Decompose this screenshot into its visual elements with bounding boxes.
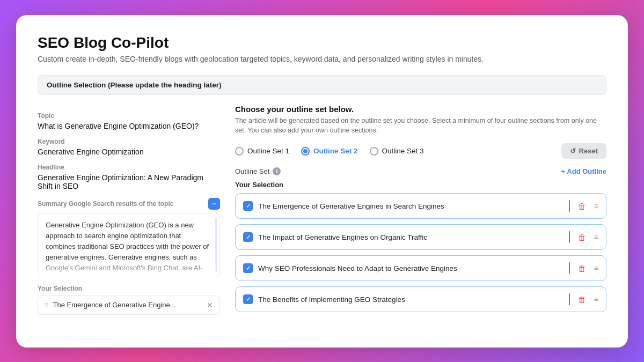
main-layout: Topic What is Generative Engine Optimiza… — [38, 105, 606, 318]
checkmark-3: ✓ — [246, 296, 251, 303]
delete-button-1[interactable]: 🗑 — [575, 232, 589, 243]
radio-circle-3 — [370, 147, 378, 156]
delete-button-0[interactable]: 🗑 — [575, 201, 589, 212]
keyword-label: Keyword — [38, 138, 220, 145]
drag-handle-1[interactable]: ≡ — [594, 233, 598, 241]
choose-title: Choose your outline set below. — [235, 105, 606, 114]
app-subtitle: Custom create in-depth, SEO-friendly blo… — [38, 55, 606, 63]
reset-icon: ↺ — [570, 147, 576, 155]
outline-set-1-option[interactable]: Outline Set 1 — [235, 147, 289, 156]
section-header: Outline Selection (Please update the hea… — [38, 75, 606, 95]
drag-handle-0[interactable]: ≡ — [594, 202, 598, 210]
your-selection-label-left: Your Selection — [38, 285, 220, 292]
summary-label-row: Summary Google Search results of the top… — [38, 198, 220, 210]
delete-button-3[interactable]: 🗑 — [575, 294, 589, 305]
keyword-value: Generative Engine Optimization — [38, 147, 220, 156]
checkbox-2[interactable]: ✓ — [243, 263, 253, 273]
delete-button-2[interactable]: 🗑 — [575, 263, 589, 274]
topic-value: What is Generative Engine Optimization (… — [38, 122, 220, 130]
outline-text-2: Why SEO Professionals Need to Adapt to G… — [258, 264, 564, 272]
outline-sets-row: Outline Set 1 Outline Set 2 Outline Set … — [235, 143, 606, 159]
radio-inner-2 — [303, 149, 308, 153]
add-outline-button[interactable]: + Add Outline — [561, 167, 606, 175]
pill-text: The Emergence of Generative Engine... — [53, 301, 202, 309]
divider-0 — [569, 200, 570, 212]
topic-label: Topic — [38, 112, 220, 120]
left-panel: Topic What is Generative Engine Optimiza… — [38, 105, 220, 318]
drag-handle-2[interactable]: ≡ — [594, 264, 598, 272]
outline-text-3: The Benefits of Implementing GEO Strateg… — [258, 295, 564, 304]
summary-text: Generative Engine Optimization (GEO) is … — [46, 221, 209, 277]
outline-item-0: ✓ The Emergence of Generative Engines in… — [235, 193, 606, 219]
main-card: SEO Blog Co-Pilot Custom create in-depth… — [16, 15, 628, 348]
outline-item-3: ✓ The Benefits of Implementing GEO Strat… — [235, 286, 606, 312]
collapse-button[interactable]: − — [208, 198, 220, 210]
outline-text-0: The Emergence of Generative Engines in S… — [258, 202, 564, 210]
checkbox-0[interactable]: ✓ — [243, 201, 253, 211]
divider-1 — [569, 231, 570, 243]
choose-desc: The article will be generated based on t… — [235, 116, 606, 136]
app-title: SEO Blog Co-Pilot — [38, 34, 606, 51]
close-icon[interactable]: ✕ — [207, 301, 213, 309]
drag-handle-3[interactable]: ≡ — [594, 295, 598, 304]
headline-value: Generative Engine Optimization: A New Pa… — [38, 173, 220, 190]
outline-item-2: ✓ Why SEO Professionals Need to Adapt to… — [235, 255, 606, 281]
scrollbar — [215, 218, 217, 272]
divider-2 — [569, 262, 570, 274]
outline-item-1: ✓ The Impact of Generative Engines on Or… — [235, 224, 606, 250]
reset-button[interactable]: ↺ Reset — [561, 143, 606, 159]
drag-icon: ≡ — [45, 301, 49, 309]
checkmark-1: ✓ — [246, 234, 251, 241]
checkmark-0: ✓ — [246, 203, 251, 210]
outline-set-1-label: Outline Set 1 — [247, 147, 289, 155]
headline-label: Headline — [38, 164, 220, 171]
selection-pill: ≡ The Emergence of Generative Engine... … — [38, 295, 220, 315]
outline-set-text: Outline Set — [235, 167, 269, 175]
summary-box: Generative Engine Optimization (GEO) is … — [38, 213, 220, 277]
summary-label: Summary Google Search results of the top… — [38, 200, 173, 208]
outline-set-left: Outline Set i — [235, 167, 281, 175]
outline-set-2-option[interactable]: Outline Set 2 — [301, 147, 358, 156]
divider-3 — [569, 293, 570, 305]
your-selection-label-right: Your Selection — [235, 181, 606, 189]
reset-label: Reset — [579, 147, 598, 155]
outline-set-row: Outline Set i + Add Outline — [235, 167, 606, 175]
checkmark-2: ✓ — [246, 265, 251, 272]
radio-circle-1 — [235, 147, 244, 156]
outline-set-3-option[interactable]: Outline Set 3 — [370, 147, 424, 156]
info-icon: i — [273, 167, 281, 175]
right-panel: Choose your outline set below. The artic… — [235, 105, 606, 318]
outline-set-2-label: Outline Set 2 — [313, 147, 358, 155]
radio-circle-2 — [301, 147, 310, 156]
checkbox-1[interactable]: ✓ — [243, 232, 253, 242]
outline-text-1: The Impact of Generative Engines on Orga… — [258, 233, 564, 241]
outline-set-3-label: Outline Set 3 — [382, 147, 424, 155]
checkbox-3[interactable]: ✓ — [243, 294, 253, 304]
